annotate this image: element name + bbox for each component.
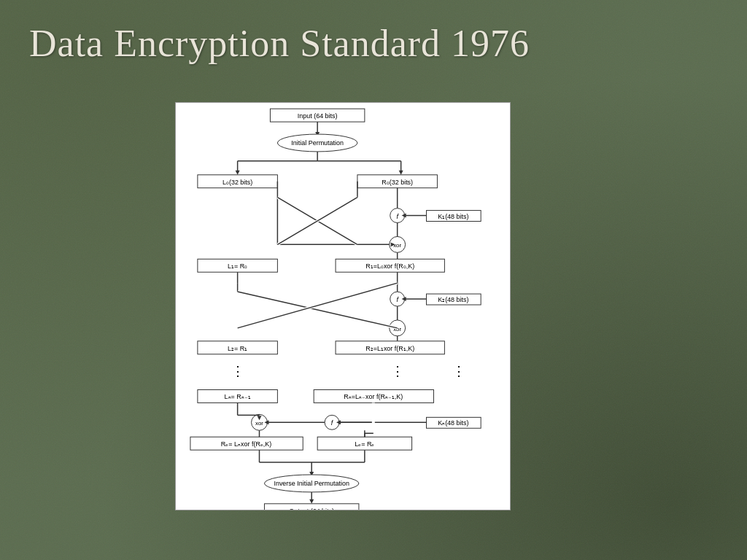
inverse-permutation-label: Inverse Initial Permutation: [274, 480, 349, 487]
kn-label: Kₙ(48 bits): [438, 419, 468, 427]
rn-label: Rₙ=Lₙ₋xor f(Rₙ₋₁,K): [344, 393, 403, 400]
svg-marker-77: [309, 499, 314, 504]
svg-marker-8: [236, 171, 240, 175]
l2-label: L₂= R₁: [228, 345, 247, 352]
r1-label: R₁=L₀xor f(R₀,K): [365, 262, 414, 270]
svg-marker-9: [399, 171, 403, 175]
l0-label: L₀(32 bits): [222, 179, 252, 186]
r0-label: R₀(32 bits): [382, 179, 413, 186]
xor-final-label: xor: [255, 420, 263, 427]
diagram-container: Input (64 bits) Initial Permutation L₀(3…: [175, 102, 511, 510]
slide-title: Data Encryption Standard 1976: [29, 22, 530, 65]
l1-label: L₁= R₀: [228, 262, 247, 270]
r2-label: R₂=L₁xor f(R₁,K): [365, 345, 414, 352]
k2-label: K₂(48 bits): [438, 296, 468, 303]
dots-left: ⋮: [231, 364, 244, 378]
output-label: Output (64 bits): [289, 508, 334, 510]
ln-label: Lₙ= Rₙ₋₁: [225, 393, 251, 400]
initial-permutation-label: Initial Permutation: [291, 139, 344, 147]
dots-right: ⋮: [391, 364, 404, 378]
k1-label: K₁(48 bits): [438, 213, 468, 220]
xor1-label: xor: [393, 242, 401, 249]
input-label: Input (64 bits): [298, 112, 338, 120]
le-label: Lₑ= Rₑ: [355, 440, 374, 448]
re-label: Rₑ= Lₙxor f(Rₑ,K): [221, 440, 271, 448]
des-diagram: Input (64 bits) Initial Permutation L₀(3…: [176, 103, 510, 510]
dots-far-right: ⋮: [452, 364, 465, 378]
